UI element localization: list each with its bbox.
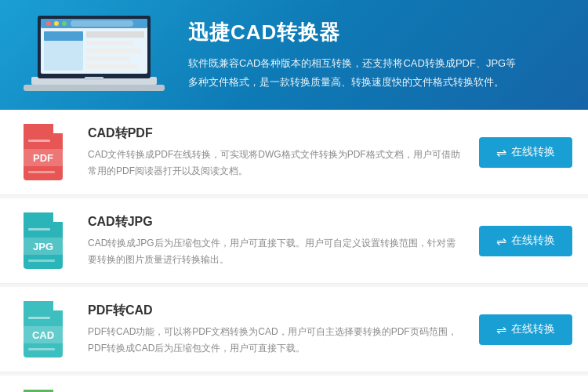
header: 迅捷CAD转换器 软件既兼容CAD各种版本的相互转换，还支持将CAD转换成PDF… bbox=[0, 0, 588, 110]
feature-icon-cad-to-jpg: JPG bbox=[16, 212, 72, 269]
svg-rect-12 bbox=[86, 41, 133, 45]
convert-button-pdf-to-cad[interactable]: ⇌ 在线转换 bbox=[479, 314, 572, 345]
convert-button-cad-to-pdf[interactable]: ⇌ 在线转换 bbox=[479, 137, 572, 168]
svg-point-6 bbox=[54, 21, 59, 26]
svg-rect-11 bbox=[86, 31, 144, 38]
convert-button-cad-to-jpg[interactable]: ⇌ 在线转换 bbox=[479, 226, 572, 256]
svg-rect-28 bbox=[28, 348, 55, 350]
convert-icon-cad-to-pdf: ⇌ bbox=[496, 145, 506, 160]
feature-title-cad-to-pdf: CAD转PDF bbox=[88, 125, 463, 142]
feature-item-cad-to-jpg: JPG CAD转JPG CAD转换成JPG后为压缩包文件，用户可直接下载。用户可… bbox=[0, 198, 588, 284]
convert-label-cad-to-jpg: 在线转换 bbox=[511, 234, 555, 248]
svg-text:CAD: CAD bbox=[32, 329, 54, 341]
svg-rect-20 bbox=[28, 171, 55, 173]
svg-rect-10 bbox=[44, 31, 83, 41]
convert-label-cad-to-pdf: 在线转换 bbox=[511, 145, 555, 159]
feature-title-cad-to-jpg: CAD转JPG bbox=[88, 214, 463, 230]
feature-content-cad-to-pdf: CAD转PDF CAD文件转换成PDF在线转换，可实现将DWG格式文件转换为PD… bbox=[88, 125, 463, 179]
svg-rect-23 bbox=[28, 228, 50, 230]
svg-rect-19 bbox=[28, 140, 50, 142]
svg-rect-27 bbox=[28, 317, 50, 319]
feature-list: PDF CAD转PDF CAD文件转换成PDF在线转换，可实现将DWG格式文件转… bbox=[0, 110, 588, 392]
feature-desc-cad-to-jpg: CAD转换成JPG后为压缩包文件，用户可直接下载。用户可自定义设置转换范围，针对… bbox=[88, 235, 463, 267]
feature-title-pdf-to-cad: PDF转CAD bbox=[88, 303, 463, 319]
svg-rect-1 bbox=[24, 85, 165, 91]
svg-rect-13 bbox=[86, 49, 141, 53]
feature-item-pdf-to-cad: CAD PDF转CAD PDF转CAD功能，可以将PDF文档转换为CAD，用户可… bbox=[0, 287, 588, 372]
svg-rect-14 bbox=[86, 56, 129, 61]
svg-text:PDF: PDF bbox=[33, 152, 53, 164]
svg-rect-24 bbox=[28, 260, 55, 262]
svg-point-7 bbox=[62, 21, 67, 26]
convert-icon-pdf-to-cad: ⇌ bbox=[496, 322, 506, 337]
feature-item-cad-to-pdf: PDF CAD转PDF CAD文件转换成PDF在线转换，可实现将DWG格式文件转… bbox=[0, 110, 588, 195]
svg-rect-15 bbox=[86, 64, 137, 69]
convert-icon-cad-to-jpg: ⇌ bbox=[496, 234, 506, 249]
svg-point-5 bbox=[46, 21, 51, 26]
header-text-block: 迅捷CAD转换器 软件既兼容CAD各种版本的相互转换，还支持将CAD转换成PDF… bbox=[188, 19, 525, 91]
header-illustration bbox=[24, 8, 165, 102]
app-title: 迅捷CAD转换器 bbox=[188, 19, 525, 46]
feature-content-cad-to-jpg: CAD转JPG CAD转换成JPG后为压缩包文件，用户可直接下载。用户可自定义设… bbox=[88, 214, 463, 267]
convert-label-pdf-to-cad: 在线转换 bbox=[511, 322, 555, 336]
svg-rect-8 bbox=[71, 20, 133, 27]
feature-icon-cad-to-pdf: PDF bbox=[16, 124, 72, 180]
feature-content-pdf-to-cad: PDF转CAD PDF转CAD功能，可以将PDF文档转换为CAD，用户可自主选择… bbox=[88, 303, 463, 356]
feature-desc-cad-to-pdf: CAD文件转换成PDF在线转换，可实现将DWG格式文件转换为PDF格式文档，用户… bbox=[88, 147, 463, 179]
svg-text:JPG: JPG bbox=[33, 241, 53, 252]
feature-item-cad-version: CAD CAD版本转换 CAD版本转换，可以将CAD文件转成更低或者更高的版本，… bbox=[0, 376, 588, 392]
svg-rect-16 bbox=[85, 77, 103, 80]
feature-desc-pdf-to-cad: PDF转CAD功能，可以将PDF文档转换为CAD，用户可自主选择要转换的PDF页… bbox=[88, 324, 463, 356]
app-description: 软件既兼容CAD各种版本的相互转换，还支持将CAD转换成PDF、JPG等多种文件… bbox=[188, 54, 525, 91]
feature-icon-pdf-to-cad: CAD bbox=[16, 301, 72, 358]
